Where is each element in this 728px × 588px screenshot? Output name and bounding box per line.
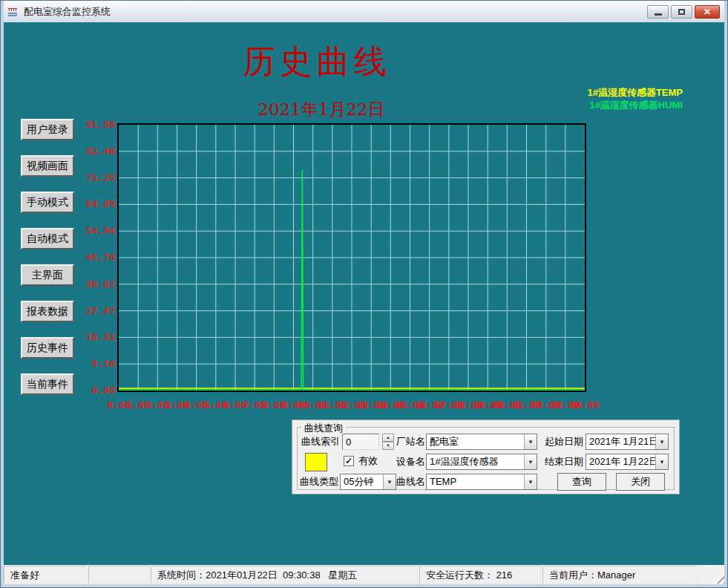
app-icon [7, 6, 19, 18]
statusbar: 准备好 系统时间：2021年01月22日 09:30:38 星期五 安全运行天数… [4, 565, 724, 584]
spin-up-icon[interactable]: ▲ [382, 434, 394, 442]
sidebar-button-4[interactable]: 自动模式 [21, 228, 74, 249]
y-axis-label: 0.00 [92, 385, 115, 396]
chevron-down-icon[interactable]: ▼ [524, 454, 537, 469]
curve-name-label: 曲线名 [396, 474, 425, 490]
device-value: 1#温湿度传感器 [427, 454, 524, 469]
y-axis-label: 36.62 [86, 278, 115, 290]
chevron-down-icon[interactable]: ▼ [524, 474, 537, 489]
titlebar: 配电室综合监控系统 ✕ [4, 1, 724, 22]
curve-type-select[interactable]: 05分钟 ▼ [340, 474, 396, 490]
chevron-down-icon[interactable]: ▼ [524, 434, 537, 449]
y-axis-label: 54.94 [86, 225, 115, 236]
chevron-down-icon[interactable]: ▼ [655, 454, 668, 469]
curve-index-input[interactable] [342, 434, 379, 450]
chevron-down-icon[interactable]: ▼ [383, 474, 396, 489]
x-axis: 0:001:002:003:004:005:006:007:008:009:00… [119, 399, 585, 413]
end-date-select[interactable]: 2021年 1月22日 ▼ [586, 454, 669, 470]
y-axis-label: 27.47 [86, 305, 115, 316]
sidebar-button-1[interactable]: 用户登录 [21, 119, 74, 140]
maximize-icon [678, 9, 685, 15]
curve-name-value: TEMP [427, 474, 524, 489]
app-window: 配电室综合监控系统 ✕ 历史曲线 2021年1月22日 1#温湿度传感器TEMP… [0, 0, 728, 588]
sidebar-button-5[interactable]: 主界面 [21, 264, 74, 286]
close-button[interactable]: ✕ [695, 5, 720, 19]
system-time-text: 系统时间：2021年01月22日 09:30:38 星期五 [157, 569, 358, 581]
query-button[interactable]: 查询 [557, 473, 606, 491]
plot-area [117, 123, 586, 392]
curve-type-value: 05分钟 [341, 474, 383, 489]
chevron-down-icon[interactable]: ▼ [655, 434, 668, 449]
y-axis-label: 91.56 [86, 119, 115, 130]
spin-down-icon[interactable]: ▼ [382, 442, 394, 450]
end-date-label: 结束日期 [545, 454, 583, 470]
panel-close-button[interactable]: 关闭 [616, 473, 665, 491]
sidebar-button-3[interactable]: 手动模式 [21, 192, 74, 213]
y-axis-label: 18.31 [86, 331, 115, 342]
status-current-user: 当前用户：Manager [542, 566, 696, 584]
status-system-time: 系统时间：2021年01月22日 09:30:38 星期五 [151, 566, 418, 584]
maximize-button[interactable] [671, 5, 692, 19]
curve-type-label: 曲线类型 [300, 474, 338, 490]
station-select[interactable]: 配电室 ▼ [426, 434, 537, 450]
y-axis-label: 9.16 [92, 358, 115, 369]
curve-color-swatch[interactable] [305, 453, 327, 471]
y-axis-label: 73.25 [86, 172, 115, 183]
legend-item-humi: 1#温湿度传感器HUMI [587, 99, 683, 111]
station-label: 厂站名 [396, 434, 425, 450]
end-date-value: 2021年 1月22日 [586, 454, 655, 469]
curve-index-spinner: ▲ ▼ [382, 434, 394, 450]
page-title: 历史曲线 [243, 40, 391, 84]
window-controls: ✕ [647, 5, 720, 19]
start-date-select[interactable]: 2021年 1月21日 ▼ [586, 434, 669, 450]
main-canvas: 历史曲线 2021年1月22日 1#温湿度传感器TEMP 1#温湿度传感器HUM… [4, 22, 724, 565]
curve-query-panel: 曲线查询 曲线索引 ▲ ▼ 厂站名 配电室 ▼ 起始日期 2021年 1月21日… [292, 419, 680, 494]
status-ready: 准备好 [4, 566, 87, 584]
y-axis-label: 64.09 [86, 198, 115, 209]
start-date-label: 起始日期 [545, 434, 583, 450]
sidebar-button-8[interactable]: 当前事件 [21, 373, 74, 395]
sidebar-button-2[interactable]: 视频画面 [21, 155, 74, 177]
y-axis-label: 45.78 [86, 252, 115, 263]
device-select[interactable]: 1#温湿度传感器 ▼ [426, 454, 537, 470]
status-empty [88, 566, 149, 584]
y-axis: 91.5682.4073.2564.0954.9445.7836.6227.47… [79, 125, 115, 391]
valid-label: 有效 [358, 453, 378, 469]
y-axis-label: 82.40 [86, 146, 115, 157]
sidebar: 用户登录视频画面手动模式自动模式主界面报表数据历史事件当前事件 [21, 119, 74, 395]
curve-name-select[interactable]: TEMP ▼ [426, 474, 537, 490]
valid-checkbox[interactable]: ✓ [344, 456, 354, 466]
status-uptime-days: 安全运行天数： 216 [419, 566, 541, 584]
station-value: 配电室 [427, 434, 524, 449]
current-user-text: 当前用户：Manager [549, 569, 635, 581]
close-icon: ✕ [704, 7, 711, 17]
curve-index-label: 曲线索引 [301, 434, 340, 450]
x-axis-label: 24:00 [570, 399, 599, 411]
device-label: 设备名 [396, 454, 425, 470]
window-title: 配电室综合监控系统 [24, 5, 111, 19]
chart-legend: 1#温湿度传感器TEMP 1#温湿度传感器HUMI [587, 86, 683, 111]
resize-grip[interactable] [713, 572, 724, 584]
uptime-days-text: 安全运行天数： 216 [426, 569, 512, 581]
minimize-button[interactable] [647, 5, 669, 19]
sidebar-button-7[interactable]: 历史事件 [21, 337, 74, 359]
sidebar-button-6[interactable]: 报表数据 [21, 301, 74, 322]
chart-date: 2021年1月22日 [258, 98, 384, 121]
status-ready-text: 准备好 [10, 569, 39, 581]
start-date-value: 2021年 1月21日 [586, 434, 655, 449]
legend-item-temp: 1#温湿度传感器TEMP [587, 86, 683, 99]
minimize-icon [655, 13, 662, 16]
